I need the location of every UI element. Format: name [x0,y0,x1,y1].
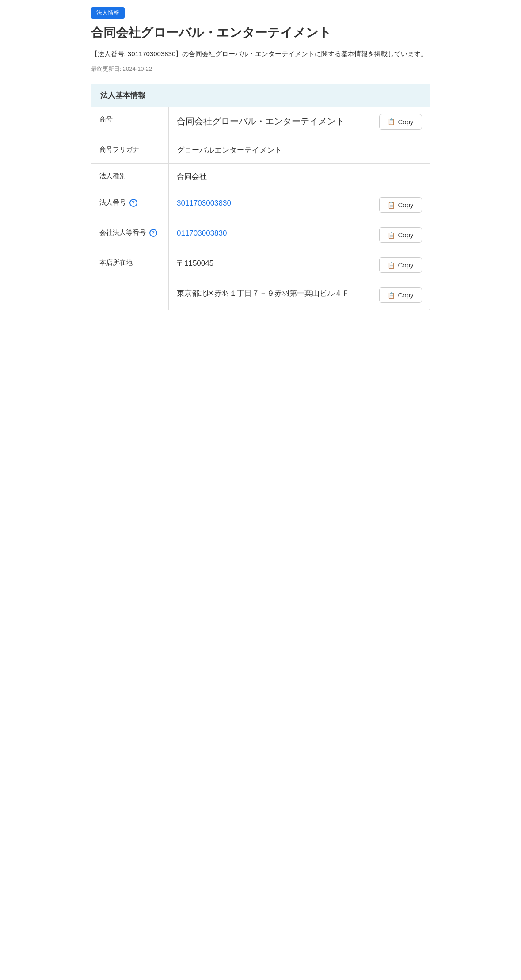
copy-corporate-number-button[interactable]: 📋 Copy [379,197,422,213]
page-description: 【法人番号: 3011703003830】の合同会社グローバル・エンターテイメン… [91,48,430,60]
value-copy-row: 〒1150045 📋 Copy [177,257,422,273]
postal-text: 〒1150045 [177,257,213,269]
clipboard-icon: 📋 [388,202,395,209]
clipboard-icon: 📋 [388,262,395,269]
clipboard-icon: 📋 [388,118,395,125]
label-corporate-number: 法人番号 ? [91,190,169,220]
address-text: 東京都北区赤羽１丁目７－９赤羽第一葉山ビル４Ｆ [177,287,350,299]
clipboard-icon: 📋 [388,292,395,299]
company-number-link[interactable]: 011703003830 [177,227,227,239]
label-furigana: 商号フリガナ [91,137,169,163]
company-number-help-icon[interactable]: ? [149,229,157,237]
value-copy-row: 011703003830 📋 Copy [177,227,422,243]
type-text: 合同会社 [177,172,207,181]
label-shogo: 商号 [91,107,169,137]
corporate-number-link[interactable]: 3011703003830 [177,197,231,209]
value-company-number: 011703003830 📋 Copy [169,220,430,250]
value-copy-row: 3011703003830 📋 Copy [177,197,422,213]
table-row: 法人種別 合同会社 [91,163,430,190]
section-header: 法人基本情報 [91,84,430,107]
clipboard-icon: 📋 [388,232,395,239]
info-table: 商号 合同会社グローバル・エンターテイメント 📋 Copy 商号フリガナ グロー… [91,107,430,310]
last-updated: 最終更新日: 2024-10-22 [91,65,430,73]
table-row: 会社法人等番号 ? 011703003830 📋 Copy [91,220,430,250]
page-title: 合同会社グローバル・エンターテイメント [91,24,430,41]
label-address: 本店所在地 [91,250,169,310]
furigana-text: グローバルエンターテイメント [177,146,282,154]
value-shogo: 合同会社グローバル・エンターテイメント 📋 Copy [169,107,430,137]
corporate-number-help-icon[interactable]: ? [129,199,137,207]
copy-postal-button[interactable]: 📋 Copy [379,257,422,273]
label-company-number: 会社法人等番号 ? [91,220,169,250]
value-corporate-number: 3011703003830 📋 Copy [169,190,430,220]
label-type: 法人種別 [91,163,169,190]
table-row: 商号フリガナ グローバルエンターテイメント [91,137,430,163]
value-copy-row: 合同会社グローバル・エンターテイメント 📋 Copy [177,114,422,130]
value-type: 合同会社 [169,163,430,190]
copy-company-number-button[interactable]: 📋 Copy [379,227,422,243]
badge: 法人情報 [91,7,125,19]
value-furigana: グローバルエンターテイメント [169,137,430,163]
basic-info-section: 法人基本情報 商号 合同会社グローバル・エンターテイメント 📋 Copy 商号フ… [91,84,430,310]
copy-shogo-button[interactable]: 📋 Copy [379,114,422,130]
table-row: 法人番号 ? 3011703003830 📋 Copy [91,190,430,220]
value-address-full: 東京都北区赤羽１丁目７－９赤羽第一葉山ビル４Ｆ 📋 Copy [169,280,430,310]
copy-address-button[interactable]: 📋 Copy [379,287,422,303]
table-row: 本店所在地 〒1150045 📋 Copy [91,250,430,280]
table-row: 商号 合同会社グローバル・エンターテイメント 📋 Copy [91,107,430,137]
value-address-postal: 〒1150045 📋 Copy [169,250,430,280]
shogo-text: 合同会社グローバル・エンターテイメント [177,114,374,128]
value-copy-row: 東京都北区赤羽１丁目７－９赤羽第一葉山ビル４Ｆ 📋 Copy [177,287,422,303]
